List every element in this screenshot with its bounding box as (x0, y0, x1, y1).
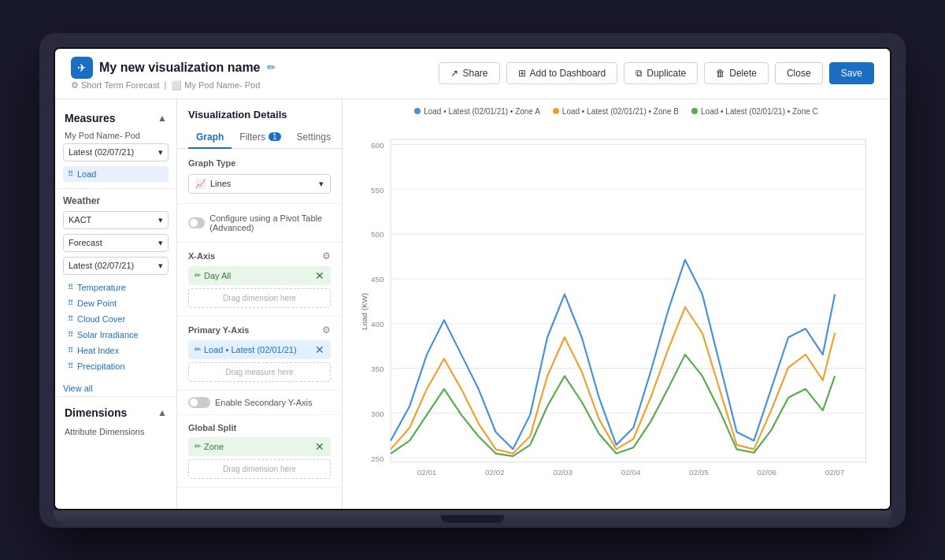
pod-icon: ⬜ (171, 80, 182, 91)
chevron-down-icon: ▾ (158, 147, 163, 158)
x-axis-gear-icon[interactable]: ⚙ (322, 250, 331, 261)
measure-solar-irradiance[interactable]: ⠿ Solar Irradiance (63, 327, 169, 343)
primary-y-remove-icon[interactable]: ✕ (315, 343, 324, 356)
global-split-chip[interactable]: ✏ Zone ✕ (188, 437, 331, 456)
x-axis-chip[interactable]: ✏ Day All ✕ (188, 266, 331, 285)
chart-area: Load • Latest (02/01/21) • Zone A Load •… (343, 99, 890, 509)
duplicate-button[interactable]: ⧉ Duplicate (624, 62, 698, 84)
save-button[interactable]: Save (829, 62, 874, 84)
measures-title: Measures (65, 112, 116, 124)
svg-text:500: 500 (371, 230, 384, 239)
svg-text:250: 250 (371, 454, 384, 462)
svg-text:02/05: 02/05 (689, 468, 709, 477)
tab-filters[interactable]: Filters 1 (232, 127, 288, 149)
legend-zone-a: Load • Latest (02/01/21) • Zone A (414, 107, 540, 116)
chevron-down-icon: ▾ (158, 238, 163, 248)
dashboard-icon: ⊞ (518, 68, 526, 79)
measure-temperature[interactable]: ⠿ Temperature (63, 280, 169, 295)
primary-y-drag-placeholder: Drag measure here (188, 362, 331, 382)
svg-text:350: 350 (371, 364, 384, 373)
pod-name: My Pod Name- Pod (63, 131, 169, 140)
duplicate-icon: ⧉ (636, 68, 643, 79)
weather-station-dropdown[interactable]: KACT ▾ (63, 211, 169, 229)
svg-text:02/01: 02/01 (417, 468, 437, 477)
svg-text:600: 600 (371, 140, 384, 149)
sidebar: Measures ▲ My Pod Name- Pod Latest (02/0… (55, 99, 177, 509)
dimensions-title: Dimensions (65, 406, 127, 419)
svg-text:02/07: 02/07 (825, 468, 845, 477)
svg-rect-17 (391, 139, 865, 462)
viz-panel: Visualization Details Graph Filters 1 Se… (177, 99, 343, 509)
share-button[interactable]: ↗ Share (439, 62, 499, 84)
tabs: Graph Filters 1 Settings (177, 127, 342, 149)
viz-details-title: Visualization Details (177, 99, 342, 121)
app-icon: ✈ (71, 57, 93, 79)
tab-settings[interactable]: Settings (289, 127, 339, 149)
primary-y-gear-icon[interactable]: ⚙ (322, 325, 331, 336)
delete-button[interactable]: 🗑 Delete (704, 62, 769, 84)
svg-text:550: 550 (371, 185, 384, 194)
svg-text:450: 450 (371, 275, 384, 284)
graph-type-select[interactable]: 📈 Lines ▾ (188, 174, 331, 194)
edit-icon: ✏ (195, 442, 201, 451)
viz-name: My new visualization name (99, 61, 261, 75)
chart-legend: Load • Latest (02/01/21) • Zone A Load •… (350, 107, 882, 116)
primary-y-axis-label: Primary Y-Axis (188, 325, 249, 335)
chart-svg-container: 600 550 500 450 400 350 300 250 Load (KW… (350, 122, 882, 492)
view-all-link[interactable]: View all (55, 380, 176, 396)
pivot-toggle[interactable] (188, 217, 205, 228)
measure-heat-index[interactable]: ⠿ Heat Index (63, 343, 169, 358)
svg-text:02/02: 02/02 (485, 468, 505, 477)
lines-icon: 📈 (195, 179, 206, 189)
weather-type-dropdown[interactable]: Forecast ▾ (63, 234, 169, 252)
svg-text:02/03: 02/03 (553, 468, 573, 477)
svg-text:400: 400 (371, 320, 384, 328)
secondary-y-toggle[interactable] (188, 397, 210, 408)
measure-precipitation[interactable]: ⠿ Precipitation (63, 358, 169, 374)
global-split-drag-placeholder: Drag dimension here (188, 459, 331, 479)
breadcrumb-icon: ⚙ (71, 80, 79, 91)
measure-load[interactable]: ⠿ Load (63, 166, 169, 182)
measure-cloud-cover[interactable]: ⠿ Cloud Cover (63, 311, 169, 327)
svg-text:300: 300 (371, 409, 384, 417)
chevron-down-icon: ▾ (158, 215, 163, 225)
measures-collapse-icon[interactable]: ▲ (158, 113, 167, 124)
pod-dropdown[interactable]: Latest (02/07/21) ▾ (63, 143, 169, 161)
delete-icon: 🗑 (716, 68, 725, 79)
svg-text:02/06: 02/06 (757, 468, 776, 477)
chevron-down-icon: ▾ (158, 261, 163, 271)
dimensions-collapse-icon[interactable]: ▲ (158, 407, 167, 418)
breadcrumb: ⚙ Short Term Forecast | ⬜ My Pod Name- P… (71, 80, 276, 91)
svg-text:Load (KW): Load (KW) (360, 292, 369, 329)
add-to-dashboard-button[interactable]: ⊞ Add to Dashboard (506, 62, 618, 84)
legend-zone-c: Load • Latest (02/01/21) • Zone C (691, 107, 818, 116)
x-axis-remove-icon[interactable]: ✕ (315, 269, 324, 282)
tab-graph[interactable]: Graph (188, 127, 232, 149)
measure-dew-point[interactable]: ⠿ Dew Point (63, 295, 169, 311)
x-axis-drag-placeholder: Drag dimension here (188, 288, 331, 308)
legend-zone-b: Load • Latest (02/01/21) • Zone B (553, 107, 679, 116)
weather-title: Weather (63, 195, 169, 206)
graph-type-label: Graph Type (188, 158, 331, 168)
primary-y-chip[interactable]: ✏ Load • Latest (02/01/21) ✕ (188, 340, 331, 359)
share-icon: ↗ (450, 68, 458, 79)
close-button[interactable]: Close (775, 62, 823, 84)
attribute-dimensions: Attribute Dimensions (55, 425, 176, 438)
drag-icon: ⠿ (68, 169, 73, 178)
weather-date-dropdown[interactable]: Latest (02/07/21) ▾ (63, 257, 169, 275)
edit-icon: ✏ (195, 345, 201, 354)
global-split-label: Global Split (188, 423, 236, 432)
svg-text:02/04: 02/04 (621, 468, 641, 477)
global-split-remove-icon[interactable]: ✕ (315, 440, 324, 453)
chevron-down-icon: ▾ (319, 179, 324, 189)
edit-icon: ✏ (195, 271, 201, 280)
edit-icon[interactable]: ✏ (267, 61, 276, 73)
x-axis-label: X-Axis (188, 251, 215, 261)
